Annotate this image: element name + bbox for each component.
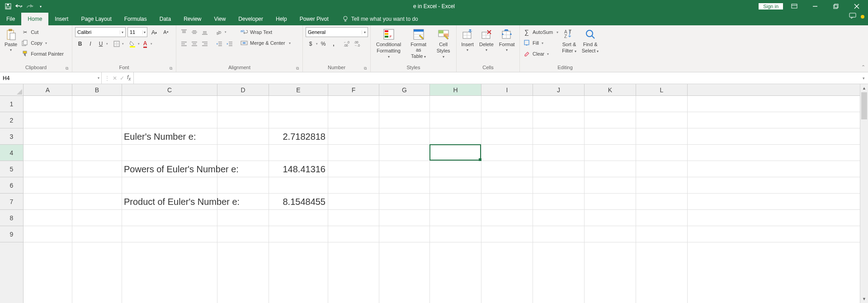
cut-button[interactable]: ✂Cut [21,27,64,37]
comments-icon[interactable] [849,13,856,20]
formula-input[interactable] [134,75,859,81]
tab-data[interactable]: Data [153,13,177,25]
launcher-icon[interactable]: ⧉ [170,66,172,71]
scroll-up-icon[interactable]: ▲ [860,84,868,92]
fx-icon[interactable]: fx [127,74,131,81]
column-header[interactable]: C [122,84,217,95]
row-header[interactable]: 1 [0,96,23,112]
row-header[interactable]: 7 [0,194,23,210]
bold-button[interactable]: B [75,39,85,49]
launcher-icon[interactable]: ⧉ [66,66,68,71]
select-all-corner[interactable] [0,84,24,96]
column-header[interactable]: B [72,84,122,95]
column-header[interactable]: E [269,84,328,95]
align-top-icon[interactable] [179,27,189,37]
delete-cells-button[interactable]: Delete▾ [477,27,495,53]
orientation-icon[interactable]: ab [214,27,224,37]
align-bottom-icon[interactable] [200,27,210,37]
percent-button[interactable]: % [318,39,328,49]
increase-decimal-icon[interactable]: ←.0.00 [342,39,352,49]
qat-customize-icon[interactable]: ▾ [37,3,44,10]
fill-button[interactable]: Fill▾ [523,38,558,48]
font-color-button[interactable]: A [140,39,150,49]
column-header[interactable]: J [533,84,585,95]
row-header[interactable]: 5 [0,161,23,177]
tell-me-search[interactable]: Tell me what you want to do [342,13,418,25]
borders-button[interactable] [112,39,122,49]
tab-file[interactable]: File [0,13,21,25]
align-left-icon[interactable] [179,39,189,49]
cells-area[interactable]: Euler's Number e:2.7182818Powers of Eule… [24,96,860,303]
wrap-text-button[interactable]: abWrap Text [240,27,291,37]
tab-home[interactable]: Home [21,13,48,25]
tab-page-layout[interactable]: Page Layout [75,13,118,25]
underline-button[interactable]: U [96,39,106,49]
font-name-combo[interactable]: ▾ [75,27,126,37]
tab-insert[interactable]: Insert [48,13,75,25]
column-header[interactable]: K [585,84,636,95]
increase-font-icon[interactable]: A▴ [149,27,159,37]
chevron-down-icon[interactable]: ▾ [142,30,147,34]
decrease-font-icon[interactable]: A▾ [161,27,171,37]
autosum-button[interactable]: ∑AutoSum▾ [523,27,558,37]
font-size-input[interactable] [128,29,142,35]
align-middle-icon[interactable] [189,27,199,37]
copy-button[interactable]: Copy▾ [21,38,64,48]
tab-view[interactable]: View [208,13,232,25]
cell-value[interactable]: 8.1548455 [269,194,328,210]
tab-formulas[interactable]: Formulas [118,13,153,25]
merge-center-button[interactable]: Merge & Center▾ [240,38,291,48]
cell-value[interactable]: Powers of Euler's Number e: [122,161,241,177]
format-as-table-button[interactable]: Format asTable ▾ [406,27,431,60]
column-header[interactable]: I [481,84,533,95]
row-header[interactable]: 8 [0,210,23,226]
italic-button[interactable]: I [85,39,95,49]
paste-button[interactable]: Paste ▾ [3,27,19,53]
collapse-ribbon-icon[interactable]: ⌃ [861,64,865,70]
cell-value[interactable]: 148.41316 [269,161,328,177]
launcher-icon[interactable]: ⧉ [296,66,299,71]
row-header[interactable]: 9 [0,226,23,242]
font-size-combo[interactable]: ▾ [127,27,147,37]
insert-cells-button[interactable]: Insert▾ [459,27,476,53]
tab-help[interactable]: Help [269,13,293,25]
number-format-input[interactable] [306,29,362,35]
scroll-thumb[interactable] [861,92,867,119]
pending-dot-icon[interactable] [861,15,864,19]
close-icon[interactable] [847,0,866,13]
cell-styles-button[interactable]: CellStyles ▾ [433,27,453,60]
comma-button[interactable]: , [329,39,339,49]
column-header[interactable]: D [217,84,269,95]
clear-button[interactable]: Clear▾ [523,49,558,59]
name-box[interactable]: ▾ [0,72,102,84]
tab-developer[interactable]: Developer [232,13,269,25]
find-select-button[interactable]: Find &Select ▾ [580,27,601,54]
row-header[interactable]: 2 [0,112,23,128]
vertical-scrollbar[interactable]: ▲ ▼ [860,84,868,303]
redo-icon[interactable]: ▾ [26,3,33,10]
cell-value[interactable]: 2.7182818 [269,128,328,145]
sign-in-button[interactable]: Sign in [759,3,783,9]
save-icon[interactable] [5,3,12,10]
expand-formula-icon[interactable]: ▾ [859,72,868,84]
cell-value[interactable]: Euler's Number e: [122,128,198,145]
chevron-down-icon[interactable]: ▾ [120,30,125,34]
format-cells-button[interactable]: Format▾ [497,27,517,53]
increase-indent-icon[interactable] [225,39,235,49]
tab-review[interactable]: Review [177,13,208,25]
cancel-icon[interactable]: ✕ [113,75,117,81]
chevron-down-icon[interactable]: ▾ [362,30,368,34]
ribbon-display-icon[interactable] [785,0,804,13]
fill-color-button[interactable] [127,39,137,49]
launcher-icon[interactable]: ⧉ [364,66,367,71]
column-header[interactable]: H [430,84,481,95]
enter-icon[interactable]: ✓ [120,75,124,81]
undo-icon[interactable]: ▾ [15,3,23,10]
number-format-combo[interactable]: ▾ [306,27,368,37]
column-header[interactable]: G [379,84,430,95]
align-center-icon[interactable] [189,39,199,49]
font-name-input[interactable] [75,29,120,35]
column-header[interactable]: L [636,84,688,95]
conditional-formatting-button[interactable]: ≠ConditionalFormatting ▾ [373,27,404,60]
format-painter-button[interactable]: Format Painter [21,49,64,59]
